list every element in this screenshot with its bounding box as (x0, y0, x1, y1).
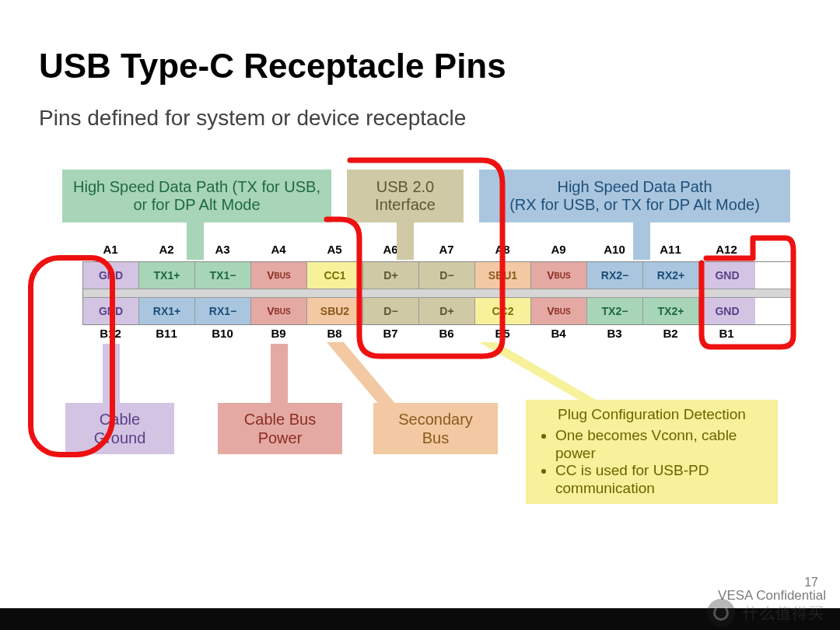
watermark-circle-icon (707, 599, 735, 627)
pin-cell: RX1+ (139, 298, 195, 324)
pin-cell: TX2− (587, 298, 643, 324)
legend-cable-buspower: Cable Bus Power (218, 403, 342, 454)
annotation-left-circle (28, 255, 115, 457)
watermark-text: 什么值得买 (743, 604, 824, 621)
annotation-right-outline (698, 232, 792, 348)
legend-secondary-bus: Secondary Bus (373, 403, 498, 454)
page-subtitle: Pins defined for system or device recept… (39, 106, 801, 131)
pin-cell: TX1+ (139, 262, 195, 289)
pin-label: B11 (138, 327, 194, 345)
pin-label: A4 (250, 243, 306, 261)
legend-hs-tx: High Speed Data Path (TX for USB, or for… (62, 170, 331, 222)
pin-cell: RX2− (587, 262, 643, 289)
plug-config-list: One becomes Vconn, cable powerCC is used… (537, 427, 767, 498)
annotation-mid-outline (319, 152, 510, 367)
pin-label: A11 (642, 243, 698, 261)
pin-cell: TX1− (195, 262, 251, 289)
pin-cell: VBUS (251, 262, 307, 289)
watermark-logo: 什么值得买 (653, 599, 824, 627)
pin-label: B9 (250, 327, 306, 345)
pin-label: B10 (194, 327, 250, 345)
pin-label: B3 (586, 327, 642, 345)
plug-config-item: One becomes Vconn, cable power (555, 427, 767, 463)
pin-label: A9 (530, 243, 586, 261)
page-title: USB Type-C Receptacle Pins (39, 47, 801, 86)
pin-cell: VBUS (531, 298, 587, 324)
pin-cell: TX2+ (643, 298, 699, 324)
diagram-stage: High Speed Data Path (TX for USB, or for… (47, 170, 793, 345)
plug-config-title: Plug Configuration Detection (558, 406, 746, 424)
pin-cell: VBUS (531, 262, 587, 289)
stem-tx-icon (187, 222, 204, 260)
legend-plug-config: Plug Configuration Detection One becomes… (526, 400, 778, 504)
plug-config-item: CC is used for USB-PD communication (555, 462, 767, 498)
pin-label: B4 (530, 327, 586, 345)
stem-vbus-icon (271, 344, 288, 406)
legend-hs-rx: High Speed Data Path (RX for USB, or TX … (479, 170, 790, 222)
stem-rx-icon (633, 222, 650, 260)
pin-cell: RX2+ (643, 262, 699, 289)
pin-cell: RX1− (195, 298, 251, 324)
pin-cell: VBUS (251, 298, 307, 324)
pin-label: B2 (642, 327, 698, 345)
